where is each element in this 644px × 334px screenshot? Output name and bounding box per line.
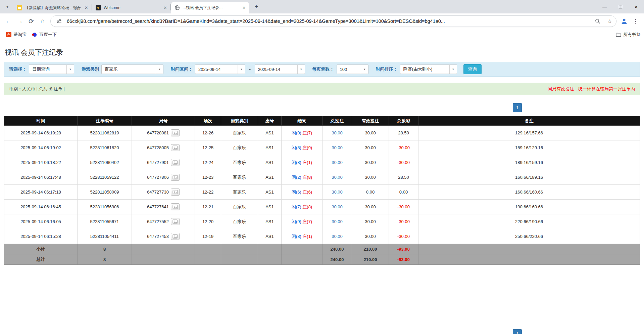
url-text[interactable]: 66cxkj98.com/game/betrecord_search/kind3… [67,18,590,24]
header-session: 场次 [195,116,221,126]
cell-round: 647727453 [132,229,195,244]
subtotal-count: 8 [78,244,132,254]
cell-total-bet: 30.00 [323,214,352,229]
site-settings-icon[interactable] [55,17,63,26]
table-row: 2025-09-14 06:15:28 522811054411 6477274… [4,229,640,244]
cell-game-type: 百家乐 [221,185,258,200]
profile-avatar[interactable] [618,15,630,27]
address-bar[interactable]: 66cxkj98.com/game/betrecord_search/kind3… [50,15,616,27]
page-title: 视讯 会员下注纪录 [5,48,639,57]
back-icon[interactable]: ← [3,15,14,27]
per-page-select[interactable]: 100 ▼ [337,65,368,74]
total-bet-link[interactable]: 30.00 [332,175,343,180]
cell-payout: -30.00 [389,214,418,229]
card-result-icon[interactable] [171,218,180,225]
tab-divider [92,4,92,10]
tab-welcome[interactable]: Welcome ✕ [92,2,170,13]
subtotal-row: 小计 8 240.00 210.00 -93.00 [4,244,640,254]
all-bookmarks-label: 所有书签 [623,32,641,38]
cell-session: 12-23 [195,170,221,185]
sort-label: 时间排序： [376,66,398,72]
table-row: 2025-09-14 06:18:22 522811060402 6477279… [4,155,640,170]
total-bet-link[interactable]: 30.00 [332,190,343,195]
chevron-down-icon[interactable]: ▼ [449,65,457,74]
zoom-icon[interactable] [593,17,602,26]
table-row: 2025-09-14 06:16:45 522811056906 6477276… [4,200,640,214]
cell-valid-bet: 30.00 [352,170,389,185]
bookmark-baidu[interactable]: 百度一下 [29,30,59,39]
card-result-icon[interactable] [171,129,180,136]
card-result-icon[interactable] [171,174,180,181]
cell-payout: -30.00 [389,155,418,170]
chevron-down-icon[interactable]: ▼ [156,65,163,74]
cell-game-type: 百家乐 [221,126,258,140]
bookmark-taobao[interactable]: 淘 爱淘宝 [3,30,29,39]
cell-total-bet: 30.00 [323,170,352,185]
cell-time: 2025-09-14 06:16:05 [4,214,78,229]
total-bet-link[interactable]: 30.00 [332,234,343,239]
chevron-down-icon[interactable]: ▼ [238,65,245,74]
tab-close-icon[interactable]: ✕ [241,5,247,11]
tab-forum[interactable]: 【新提醒】海燕策略论坛 - 综合 ✕ [13,2,91,13]
card-result-icon[interactable] [171,159,180,166]
header-remark: 备注 [418,116,640,126]
browser-menu-icon[interactable]: ⋮ [630,15,641,27]
window-maximize-button[interactable] [612,0,628,13]
total-bet-link[interactable]: 30.00 [332,219,343,224]
page-1-button[interactable]: 1 [513,103,522,112]
chevron-down-icon[interactable]: ▼ [297,65,305,74]
query-type-select[interactable]: 日期查询 ▼ [29,65,74,74]
header-bet-id: 注单编号 [78,116,132,126]
all-bookmarks-button[interactable]: 所有书签 [611,31,641,38]
header-total-bet: 总投注 [323,116,352,126]
table-row: 2025-09-14 06:19:02 522811061820 6477280… [4,140,640,155]
tab-title: 【新提醒】海燕策略论坛 - 综合 [25,5,81,11]
total-bet-link[interactable]: 30.00 [332,130,343,135]
forum-favicon-icon [17,5,22,10]
cell-bet-id: 522811055671 [78,214,132,229]
reload-icon[interactable]: ⟳ [26,15,37,27]
cell-round: 647727641 [132,200,195,214]
date-end-input[interactable]: 2025-09-14 ▼ [255,65,305,74]
search-button[interactable]: 查询 [463,64,482,74]
tab-close-icon[interactable]: ✕ [162,5,168,11]
cell-result: 闲(7) 庄(8) [282,200,323,214]
total-bet-link[interactable]: 30.00 [332,160,343,165]
cell-table-no: AS1 [258,155,282,170]
card-result-icon[interactable] [171,233,180,240]
card-result-icon[interactable] [171,144,180,151]
tab-bet-record-active[interactable]: :::视讯 会员下注纪录::: ✕ [171,2,249,13]
window-close-button[interactable]: ✕ [628,0,644,13]
tab-close-icon[interactable]: ✕ [83,5,89,11]
cell-total-bet: 30.00 [323,185,352,200]
cell-table-no: AS1 [258,170,282,185]
cell-remark: 160.66/160.66 [418,185,640,200]
new-tab-button[interactable]: + [252,2,261,11]
tab-search-icon[interactable]: ▾ [3,2,12,11]
cell-valid-bet: 30.00 [352,126,389,140]
cell-session: 12-19 [195,229,221,244]
bookmark-star-icon[interactable]: ☆ [605,17,614,26]
card-result-icon[interactable] [171,203,180,210]
cell-time: 2025-09-14 06:16:45 [4,200,78,214]
sort-select[interactable]: 降幂(由大到小) ▼ [400,65,457,74]
cell-time: 2025-09-14 06:15:28 [4,229,78,244]
game-type-select[interactable]: 百家乐 ▼ [101,65,163,74]
total-bet-link[interactable]: 30.00 [332,204,343,209]
chevron-down-icon[interactable]: ▼ [66,65,74,74]
select-type-label: 请选择： [9,66,27,72]
table-row: 2025-09-14 06:17:18 522811058009 6477277… [4,185,640,200]
home-icon[interactable]: ⌂ [37,15,48,27]
date-start-input[interactable]: 2025-09-14 ▼ [195,65,245,74]
chevron-down-icon[interactable]: ▼ [361,65,368,74]
cell-payout: 0.00 [389,185,418,200]
cell-valid-bet: 30.00 [352,200,389,214]
window-minimize-button[interactable]: — [597,0,612,13]
page-1-button[interactable]: 1 [513,329,522,334]
subtotal-label: 小计 [4,244,78,254]
page-content: 视讯 会员下注纪录 请选择： 日期查询 ▼ 游戏类别 百家乐 ▼ 时间区间： 2… [0,48,644,265]
total-payout: -93.00 [389,254,418,265]
total-bet-link[interactable]: 30.00 [332,145,343,150]
forward-icon[interactable]: → [14,15,26,27]
card-result-icon[interactable] [171,189,180,196]
